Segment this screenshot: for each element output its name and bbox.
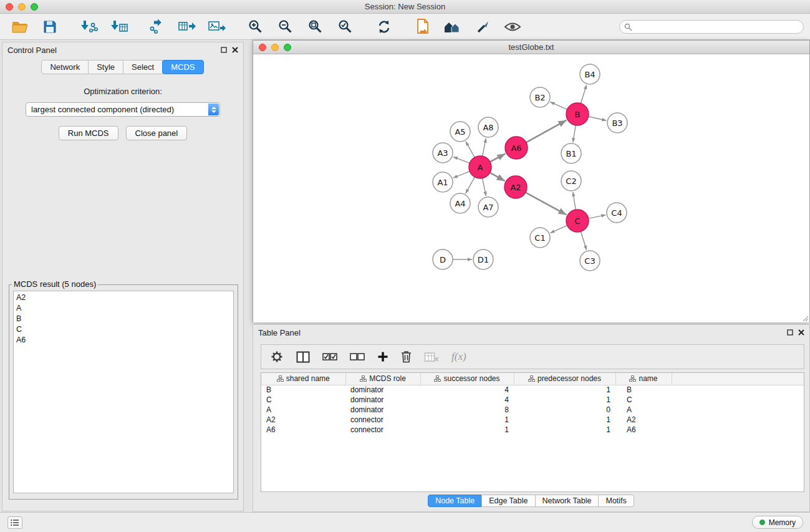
column-header-name[interactable]: name [615, 373, 672, 385]
network-node-A7[interactable]: A7 [478, 197, 498, 217]
column-header-shared-name[interactable]: shared name [261, 373, 345, 385]
network-node-A2[interactable]: A2 [504, 176, 527, 198]
table-cell[interactable]: A6 [615, 425, 672, 435]
edge-B-B2[interactable] [550, 102, 567, 109]
column-header-mcds-role[interactable]: MCDS role [345, 373, 420, 385]
network-node-A1[interactable]: A1 [433, 172, 453, 192]
export-table-icon[interactable] [177, 17, 197, 36]
table-row[interactable]: Bdominator41B [261, 385, 804, 395]
network-canvas[interactable]: B4B2BB3A8A5A6A3B1AC2A1A2A4A7C4CC1C3DD1 [253, 54, 809, 322]
network-node-B2[interactable]: B2 [530, 87, 550, 107]
result-item[interactable]: A6 [14, 335, 233, 346]
table-cell[interactable]: 1 [514, 395, 615, 405]
tab-motifs[interactable]: Motifs [598, 495, 634, 507]
result-item[interactable]: B [14, 314, 233, 324]
result-item[interactable]: C [14, 324, 233, 335]
network-window-titlebar[interactable]: testGlobe.txt [253, 41, 809, 54]
network-node-C[interactable]: C [566, 210, 589, 232]
network-node-C2[interactable]: C2 [561, 171, 581, 191]
open-document-icon[interactable] [413, 17, 433, 36]
network-zoom-button[interactable] [284, 44, 291, 51]
tab-mcds[interactable]: MCDS [162, 60, 203, 74]
table-cell[interactable]: dominator [345, 385, 420, 395]
mcds-result-list[interactable]: A2ABCA6 [13, 291, 234, 493]
home-network-icon[interactable] [443, 17, 463, 36]
table-cell[interactable]: A2 [261, 415, 345, 425]
tab-node-table[interactable]: Node Table [428, 495, 482, 507]
column-header-successor-nodes[interactable]: successor nodes [420, 373, 514, 385]
table-row[interactable]: Adominator80A [261, 405, 804, 415]
delete-column-trash-icon[interactable] [401, 351, 412, 363]
table-row[interactable]: A2connector11A2 [261, 415, 804, 425]
table-cell[interactable]: A [615, 405, 672, 415]
network-node-D[interactable]: D [433, 249, 453, 269]
refresh-icon[interactable] [374, 17, 394, 36]
zoom-window-button[interactable] [31, 3, 38, 11]
edge-B-B4[interactable] [581, 85, 586, 104]
optimization-criterion-dropdown[interactable]: largest connected component (directed) [26, 102, 220, 117]
close-window-button[interactable] [6, 3, 13, 11]
network-node-B4[interactable]: B4 [580, 64, 600, 84]
edge-A-A7[interactable] [483, 178, 486, 196]
dropdown-stepper-icon[interactable] [208, 104, 219, 115]
edge-A-A2[interactable] [490, 173, 505, 181]
table-row[interactable]: Cdominator41C [261, 395, 804, 405]
table-cell[interactable]: 8 [420, 405, 514, 415]
tab-select[interactable]: Select [123, 60, 163, 74]
eye-icon[interactable] [503, 17, 523, 36]
table-cell[interactable]: 1 [514, 385, 615, 395]
network-node-B3[interactable]: B3 [607, 113, 627, 133]
network-node-D1[interactable]: D1 [473, 249, 493, 269]
table-cell[interactable]: 0 [514, 405, 615, 415]
import-network-icon[interactable] [79, 17, 99, 36]
network-node-A8[interactable]: A8 [478, 117, 498, 137]
delete-table-icon[interactable] [424, 352, 439, 362]
table-cell[interactable]: 4 [420, 385, 514, 395]
edge-C-C1[interactable] [550, 225, 567, 233]
edge-C-C3[interactable] [581, 231, 586, 250]
table-row[interactable]: A6connector11A6 [261, 425, 804, 435]
edge-A2-C[interactable] [526, 193, 567, 215]
export-image-icon[interactable] [207, 17, 227, 36]
network-node-A3[interactable]: A3 [433, 143, 453, 163]
network-node-A6[interactable]: A6 [505, 137, 528, 159]
show-columns-icon[interactable] [296, 351, 310, 363]
tab-style[interactable]: Style [88, 60, 123, 74]
tab-network[interactable]: Network [41, 60, 89, 74]
network-minimize-button[interactable] [271, 44, 279, 51]
network-node-A5[interactable]: A5 [450, 122, 470, 142]
table-cell[interactable]: B [615, 385, 672, 395]
minimize-window-button[interactable] [18, 3, 26, 11]
edge-A-A8[interactable] [483, 138, 486, 157]
run-mcds-button[interactable]: Run MCDS [59, 126, 118, 140]
close-panel-icon[interactable] [232, 44, 238, 56]
result-item[interactable]: A2 [14, 293, 233, 303]
tab-edge-table[interactable]: Edge Table [481, 495, 535, 507]
table-cell[interactable]: connector [345, 425, 420, 435]
edge-A6-B[interactable] [526, 120, 567, 143]
network-node-A[interactable]: A [469, 156, 491, 178]
edge-A-A3[interactable] [453, 157, 470, 163]
table-cell[interactable]: 4 [420, 395, 514, 405]
network-node-C3[interactable]: C3 [580, 251, 600, 271]
network-node-A4[interactable]: A4 [450, 193, 470, 213]
result-item[interactable]: A [14, 303, 233, 314]
close-table-panel-icon[interactable] [798, 327, 804, 338]
table-cell[interactable]: C [615, 395, 672, 405]
edge-B-B1[interactable] [573, 125, 576, 142]
column-header-predecessor-nodes[interactable]: predecessor nodes [514, 373, 615, 385]
table-cell[interactable]: A2 [615, 415, 672, 425]
network-node-C4[interactable]: C4 [607, 203, 627, 223]
deselect-all-icon[interactable] [350, 352, 365, 361]
edge-C-C2[interactable] [573, 192, 576, 210]
tab-network-table[interactable]: Network Table [535, 495, 599, 507]
function-builder-icon[interactable]: f(x) [451, 351, 466, 363]
zoom-out-icon[interactable] [276, 17, 296, 36]
table-cell[interactable]: dominator [345, 405, 420, 415]
add-column-icon[interactable] [377, 351, 388, 362]
edge-B-B3[interactable] [589, 117, 607, 120]
open-session-icon[interactable] [10, 17, 30, 36]
network-node-B1[interactable]: B1 [561, 143, 581, 163]
table-cell[interactable]: 1 [514, 425, 615, 435]
edge-A-A4[interactable] [466, 177, 475, 193]
